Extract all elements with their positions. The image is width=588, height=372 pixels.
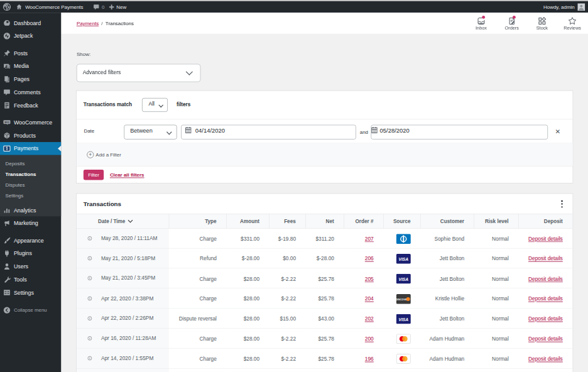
svg-text:VISA: VISA [398,277,408,282]
svg-text:WOO: WOO [4,121,9,124]
svg-text:VISA: VISA [398,317,408,322]
svg-text:VISA: VISA [398,257,408,261]
